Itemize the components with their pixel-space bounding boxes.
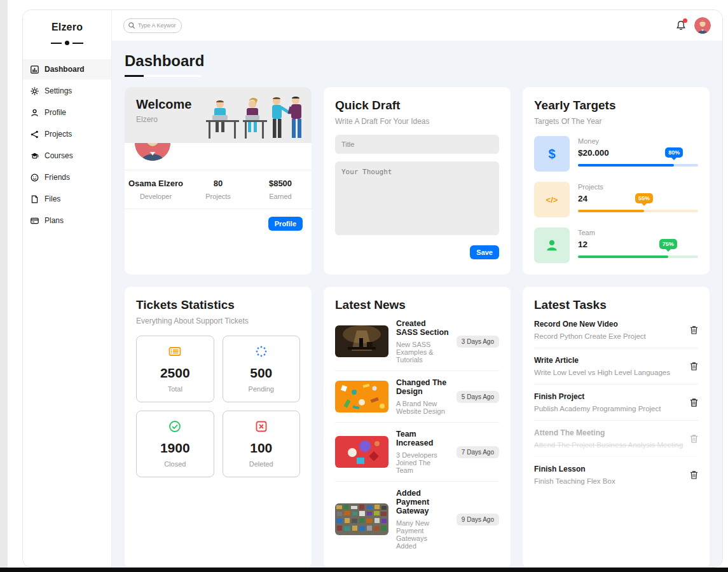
news-item: Created SASS Section New SASS Examples &… bbox=[335, 312, 499, 371]
app-logo: Elzero bbox=[23, 22, 111, 33]
yearly-targets-card: Yearly Targets Targets Of The Year $ Mon… bbox=[523, 87, 710, 275]
sidebar-item-label: Files bbox=[45, 194, 60, 203]
projects-progress-bar bbox=[578, 210, 644, 212]
sidebar-item-courses[interactable]: Courses bbox=[23, 146, 111, 166]
projects-progress-tooltip: 55% bbox=[635, 193, 653, 203]
news-thumbnail-design bbox=[335, 381, 388, 412]
trash-icon[interactable] bbox=[690, 470, 698, 479]
check-circle-icon bbox=[168, 420, 181, 433]
sidebar-item-settings[interactable]: Settings bbox=[23, 81, 111, 101]
page-title: Dashboard bbox=[125, 52, 710, 70]
user-icon bbox=[31, 109, 39, 117]
ticket-icon bbox=[168, 345, 181, 358]
task-item: Finish Lesson Finish Teaching Flex Box bbox=[534, 457, 698, 493]
trash-icon[interactable] bbox=[690, 362, 698, 371]
target-projects: </> Projects 24 55% bbox=[534, 182, 698, 217]
profile-button[interactable]: Profile bbox=[268, 217, 303, 231]
share-icon bbox=[31, 130, 39, 139]
draft-thought-textarea[interactable] bbox=[335, 161, 499, 235]
main-area: Dashboard Welcome Elzero bbox=[112, 10, 722, 567]
quick-draft-subtitle: Write A Draft For Your Ideas bbox=[335, 117, 499, 126]
team-progress-bar bbox=[578, 255, 668, 258]
page-left-strip bbox=[0, 0, 8, 572]
x-square-icon bbox=[255, 420, 268, 433]
ticket-box-deleted: 100 Deleted bbox=[223, 411, 301, 477]
sidebar: Elzero Dashboard Settings Profile Projec… bbox=[23, 10, 112, 567]
sidebar-item-label: Profile bbox=[45, 108, 66, 117]
target-team: Team 12 75% bbox=[534, 228, 698, 263]
money-progress-bar bbox=[578, 164, 674, 167]
gear-icon bbox=[31, 87, 39, 95]
money-progress-tooltip: 80% bbox=[665, 147, 683, 158]
sidebar-item-label: Plans bbox=[45, 216, 64, 225]
title-underline bbox=[125, 75, 201, 77]
topbar bbox=[112, 10, 722, 41]
target-money: $ Money $20.000 80% bbox=[534, 136, 698, 172]
sidebar-item-label: Friends bbox=[45, 173, 70, 182]
ticket-box-closed: 1900 Closed bbox=[136, 411, 214, 477]
notification-dot bbox=[683, 18, 687, 23]
tickets-subtitle: Everything About Support Tickets bbox=[136, 317, 300, 325]
sidebar-item-plans[interactable]: Plans bbox=[23, 210, 111, 231]
stat-projects: 80 Projects bbox=[187, 179, 249, 200]
chart-icon bbox=[31, 65, 39, 74]
sidebar-item-friends[interactable]: Friends bbox=[23, 167, 111, 187]
sidebar-item-label: Projects bbox=[45, 130, 72, 139]
stat-name: Osama Elzero Developer bbox=[125, 179, 187, 200]
task-item-done: Attend The Meeting Attend The Project Bu… bbox=[534, 421, 698, 457]
save-button[interactable]: Save bbox=[470, 245, 499, 259]
team-progress-tooltip: 75% bbox=[659, 239, 677, 249]
ticket-box-total: 2500 Total bbox=[136, 336, 214, 402]
latest-tasks-title: Latest Tasks bbox=[534, 298, 698, 312]
teamwork-illustration bbox=[205, 96, 306, 142]
smile-icon bbox=[31, 174, 39, 182]
search-icon bbox=[128, 22, 135, 29]
credit-card-icon bbox=[31, 217, 39, 225]
ticket-box-pending: 500 Pending bbox=[223, 336, 301, 402]
trash-icon[interactable] bbox=[690, 398, 698, 407]
file-icon bbox=[31, 195, 39, 203]
welcome-header: Welcome Elzero bbox=[125, 87, 312, 143]
graduation-cap-icon bbox=[31, 152, 39, 160]
sidebar-item-label: Settings bbox=[45, 86, 72, 95]
content-area: Dashboard Welcome Elzero bbox=[112, 41, 722, 567]
welcome-card: Welcome Elzero bbox=[125, 87, 312, 275]
tickets-card: Tickets Statistics Everything About Supp… bbox=[125, 287, 312, 567]
spinner-icon bbox=[255, 345, 268, 358]
news-time-badge: 9 Days Ago bbox=[457, 514, 499, 526]
news-time-badge: 5 Days Ago bbox=[457, 391, 499, 403]
dollar-icon: $ bbox=[534, 136, 570, 172]
news-thumbnail-sass bbox=[335, 325, 388, 357]
task-item: Write Article Write Low Level vs High Le… bbox=[534, 348, 698, 385]
news-thumbnail-payment bbox=[335, 503, 388, 535]
news-thumbnail-team bbox=[335, 436, 388, 468]
news-item: Team Increased 3 Developers Joined The T… bbox=[335, 422, 499, 481]
draft-title-input[interactable] bbox=[335, 135, 499, 154]
sidebar-item-files[interactable]: Files bbox=[23, 189, 111, 209]
user-avatar[interactable] bbox=[694, 17, 711, 34]
bottom-black-bar bbox=[0, 568, 728, 572]
trash-icon[interactable] bbox=[690, 434, 698, 443]
welcome-stats: Osama Elzero Developer 80 Projects $8500… bbox=[125, 170, 312, 209]
news-time-badge: 7 Days Ago bbox=[457, 446, 499, 458]
sidebar-item-projects[interactable]: Projects bbox=[23, 124, 111, 144]
search-box bbox=[123, 18, 182, 33]
latest-news-title: Latest News bbox=[335, 298, 499, 312]
sidebar-item-label: Courses bbox=[45, 151, 73, 160]
code-icon: </> bbox=[534, 182, 570, 217]
tickets-title: Tickets Statistics bbox=[136, 298, 300, 312]
sidebar-item-profile[interactable]: Profile bbox=[23, 102, 111, 123]
quick-draft-title: Quick Draft bbox=[335, 99, 499, 112]
latest-tasks-card: Latest Tasks Record One New Video Record… bbox=[523, 287, 710, 567]
latest-news-card: Latest News Created SASS Section New SAS… bbox=[324, 287, 511, 567]
sidebar-item-dashboard[interactable]: Dashboard bbox=[23, 59, 111, 79]
quick-draft-card: Quick Draft Write A Draft For Your Ideas… bbox=[324, 87, 511, 275]
yearly-targets-title: Yearly Targets bbox=[534, 99, 698, 112]
task-item: Record One New Video Record Python Creat… bbox=[534, 312, 698, 348]
sidebar-item-label: Dashboard bbox=[45, 65, 85, 74]
notifications-bell[interactable] bbox=[675, 20, 687, 31]
task-item: Finish Project Publish Academy Programmi… bbox=[534, 385, 698, 421]
stat-earned: $8500 Earned bbox=[249, 179, 312, 200]
trash-icon[interactable] bbox=[690, 325, 698, 334]
news-item: Changed The Design A Brand New Website D… bbox=[335, 371, 499, 422]
